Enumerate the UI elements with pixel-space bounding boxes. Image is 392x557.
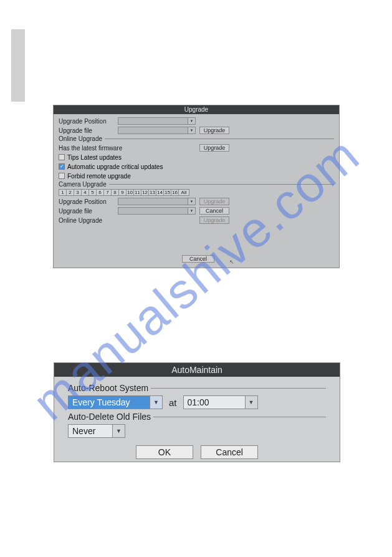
online-upgrade-group-label: Online Upgrade <box>59 135 102 142</box>
chevron-down-icon: ▼ <box>188 208 195 214</box>
delete-old-files-value: Never <box>72 426 95 436</box>
auto-delete-group-label: Auto-Delete Old Files <box>68 412 151 422</box>
camera-online-upgrade-label: Online Upgrade <box>59 217 196 224</box>
page-margin-tab <box>11 29 25 102</box>
camera-upgrade-file-label: Upgrade file <box>59 208 118 215</box>
auto-upgrade-checkbox[interactable]: ✓ <box>59 163 65 170</box>
has-latest-firmware-label: Has the latest firmware <box>59 145 196 152</box>
upgrade-position-label: Upgrade Position <box>59 118 118 125</box>
channel-button-all[interactable]: All <box>178 189 189 196</box>
upgrade-file-select[interactable]: ▼ <box>118 127 196 134</box>
automaintain-dialog: AutoMaintain Auto-Reboot System Every Tu… <box>54 362 340 462</box>
camera-cancel-button[interactable]: Cancel <box>199 207 229 215</box>
automaintain-dialog-title: AutoMaintain <box>54 363 340 377</box>
tips-latest-checkbox[interactable] <box>59 154 65 160</box>
upgrade-button[interactable]: Upgrade <box>199 127 229 134</box>
reboot-day-select[interactable]: Every Tuesday ▼ <box>68 395 163 409</box>
group-divider <box>109 184 334 185</box>
auto-upgrade-label: Automatic upgrade critical updates <box>67 163 163 170</box>
chevron-down-icon: ▼ <box>245 396 257 409</box>
chevron-down-icon: ▼ <box>188 118 195 124</box>
camera-upgrade-group-label: Camera Upgrade <box>59 181 107 188</box>
cursor-icon: ↖ <box>229 259 234 265</box>
chevron-down-icon: ▼ <box>112 425 125 437</box>
camera-online-upgrade-button[interactable]: Upgrade <box>199 216 229 224</box>
ok-button[interactable]: OK <box>136 445 193 459</box>
chevron-down-icon: ▼ <box>188 198 195 205</box>
reboot-day-value: Every Tuesday <box>72 397 130 407</box>
camera-channel-row: 1 2 3 4 5 6 7 8 9 10 11 12 13 14 15 16 A… <box>59 189 334 196</box>
forbid-remote-label: Forbid remote upgrade <box>67 173 131 180</box>
upgrade-dialog-title: Upgrade <box>54 105 339 114</box>
chevron-down-icon: ▼ <box>188 127 195 133</box>
upgrade-position-select[interactable]: ▼ <box>118 117 196 125</box>
tips-latest-label: Tips Latest updates <box>67 154 122 161</box>
auto-reboot-group-label: Auto-Reboot System <box>68 383 148 393</box>
camera-upgrade-position-label: Upgrade Position <box>59 198 118 205</box>
camera-upgrade-position-select[interactable]: ▼ <box>118 198 196 205</box>
camera-upgrade-button[interactable]: Upgrade <box>199 198 229 205</box>
reboot-time-select[interactable]: 01:00 ▼ <box>183 395 258 409</box>
group-divider <box>105 138 334 139</box>
group-divider <box>153 417 326 417</box>
group-divider <box>151 388 326 389</box>
delete-old-files-select[interactable]: Never ▼ <box>68 424 125 438</box>
dialog-cancel-button[interactable]: Cancel <box>182 255 214 263</box>
cancel-button[interactable]: Cancel <box>201 445 258 459</box>
upgrade-dialog: Upgrade Upgrade Position ▼ Upgrade file … <box>53 105 340 268</box>
forbid-remote-checkbox[interactable] <box>59 173 65 179</box>
reboot-time-value: 01:00 <box>188 397 209 407</box>
at-label: at <box>169 397 177 408</box>
online-upgrade-button[interactable]: Upgrade <box>199 144 229 152</box>
chevron-down-icon: ▼ <box>150 396 162 409</box>
upgrade-file-label: Upgrade file <box>59 127 118 134</box>
camera-upgrade-file-select[interactable]: ▼ <box>118 207 196 215</box>
